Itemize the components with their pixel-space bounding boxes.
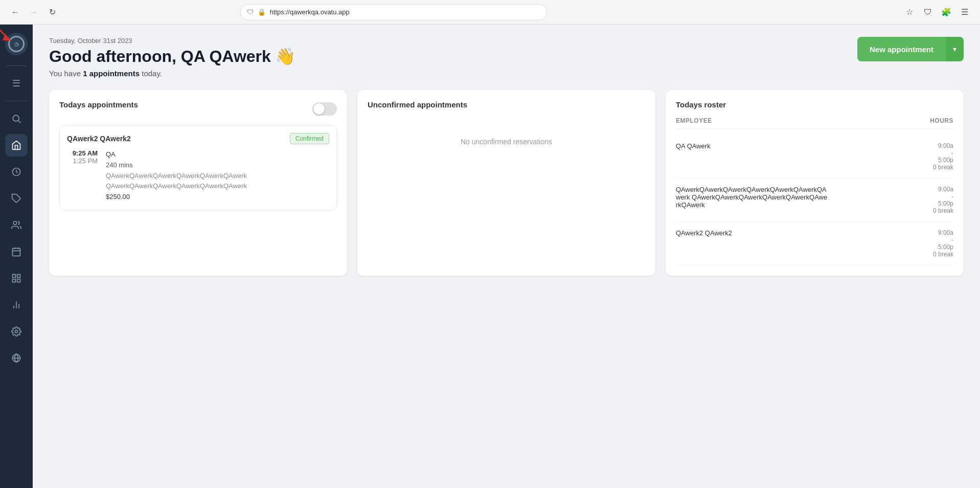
sidebar-item-widget[interactable] — [5, 267, 28, 290]
new-appointment-button-group: New appointment ▾ — [857, 37, 964, 61]
browser-nav: ← → ↻ — [8, 5, 59, 19]
roster-hours-2: 9:00a - 5:00p 0 break — [933, 229, 953, 258]
bookmark-button[interactable]: ☆ — [902, 5, 917, 19]
roster-hours-1: 9:00a - 5:00p 0 break — [933, 186, 953, 214]
appt-time: 9:25 AM 1:25 PM — [67, 149, 98, 203]
svg-point-6 — [13, 221, 17, 225]
widget-icon — [11, 273, 21, 283]
sidebar-divider-top — [6, 65, 27, 66]
svg-rect-7 — [13, 248, 20, 256]
appointment-name: QAwerk2 QAwerk2 — [67, 135, 131, 143]
cards-grid: Todays appointments QAwerk2 QAwerk2 Conf… — [49, 90, 964, 276]
appt-detail-desc-1: QAwerkQAwerkQAwerkQAwerkQAwerkQAwerk — [106, 171, 247, 182]
appt-detail-desc-2: QAwerkQAwerkQAwerkQAwerkQAwerkQAwerk — [106, 181, 247, 192]
main-content: Tuesday, October 31st 2023 Good afternoo… — [33, 25, 980, 488]
sidebar-item-search[interactable] — [5, 107, 28, 130]
appt-detail-service-name: QA — [106, 149, 247, 160]
todays-roster-title: Todays roster — [676, 100, 953, 109]
browser-chrome: ← → ↻ 🛡 🔒 https://qawerkqa.ovatu.app ☆ 🛡… — [0, 0, 980, 25]
header-greeting: Good afternoon, QA QAwerk 👋 — [49, 47, 295, 66]
address-bar[interactable]: 🛡 🔒 https://qawerkqa.ovatu.app — [240, 4, 547, 20]
appt-item-header: QAwerk2 QAwerk2 Confirmed — [67, 133, 329, 144]
roster-hours-range-1: 9:00a — [933, 186, 953, 193]
roster-item-row-0: QA QAwerk 9:00a - 5:00p 0 break — [676, 142, 953, 171]
extensions-button[interactable]: 🧩 — [939, 5, 953, 19]
roster-emp-name-0: QA QAwerk — [676, 142, 711, 150]
appointment-item[interactable]: QAwerk2 QAwerk2 Confirmed 9:25 AM 1:25 P… — [59, 125, 337, 210]
svg-rect-12 — [17, 275, 20, 278]
shield-button[interactable]: 🛡 — [921, 5, 935, 19]
confirmed-badge: Confirmed — [290, 133, 329, 144]
clients-icon — [11, 220, 21, 230]
appointments-toggle[interactable] — [312, 102, 337, 116]
unconfirmed-empty-message: No unconfirmed reservations — [368, 117, 645, 166]
roster-col-employee: Employee — [676, 117, 712, 124]
roster-hours-dash-1: - — [933, 193, 953, 200]
appt-time-start: 9:25 AM — [67, 149, 98, 157]
sidebar-item-clients[interactable] — [5, 214, 28, 236]
browser-actions: ☆ 🛡 🧩 ☰ — [902, 5, 972, 19]
greeting-emoji: 👋 — [275, 47, 295, 66]
sidebar-item-history[interactable] — [5, 161, 28, 183]
roster-hours-dash-0: - — [933, 149, 953, 157]
appt-time-end: 1:25 PM — [67, 157, 98, 165]
sidebar-item-menu[interactable]: ☰ — [5, 72, 28, 95]
tag-icon — [11, 193, 21, 204]
unconfirmed-appointments-card: Unconfirmed appointments No unconfirmed … — [357, 90, 655, 276]
svg-point-18 — [15, 330, 18, 333]
roster-hours-dash-2: - — [933, 236, 953, 243]
forward-button[interactable]: → — [27, 5, 41, 19]
history-icon — [11, 167, 21, 177]
back-button[interactable]: ← — [8, 5, 22, 19]
menu-button[interactable]: ☰ — [958, 5, 972, 19]
app-container: ◷ ☰ — [0, 25, 980, 488]
sub-suffix: today. — [140, 69, 162, 78]
sidebar-item-global[interactable] — [5, 347, 28, 369]
sub-bold: 1 appointments — [83, 69, 140, 78]
appt-body: 9:25 AM 1:25 PM QA 240 mins QAwerkQAwerk… — [67, 149, 329, 203]
svg-rect-13 — [17, 279, 20, 282]
sidebar: ◷ ☰ — [0, 25, 33, 488]
roster-item-row-2: QAwerk2 QAwerk2 9:00a - 5:00p 0 break — [676, 229, 953, 258]
roster-hours-break-0: 0 break — [933, 164, 953, 171]
new-appointment-dropdown-button[interactable]: ▾ — [946, 37, 964, 61]
svg-point-2 — [13, 115, 19, 121]
roster-hours-break-2: 0 break — [933, 251, 953, 258]
roster-item-2: QAwerk2 QAwerk2 9:00a - 5:00p 0 break — [676, 222, 953, 265]
toggle-knob — [313, 103, 325, 115]
shield-icon: 🛡 — [247, 8, 254, 16]
sidebar-item-settings[interactable] — [5, 320, 28, 343]
appt-details: QA 240 mins QAwerkQAwerkQAwerkQAwerkQAwe… — [106, 149, 247, 203]
svg-line-3 — [18, 121, 21, 123]
roster-hours-end-2: 5:00p — [933, 243, 953, 251]
reports-icon — [11, 300, 21, 310]
reload-button[interactable]: ↻ — [45, 5, 59, 19]
roster-col-hours: Hours — [930, 117, 953, 124]
todays-appointments-title: Todays appointments — [59, 100, 138, 109]
url-text: https://qawerkqa.ovatu.app — [270, 8, 350, 16]
roster-item-0: QA QAwerk 9:00a - 5:00p 0 break — [676, 135, 953, 179]
unconfirmed-title: Unconfirmed appointments — [368, 100, 645, 109]
roster-item-1: QAwerkQAwerkQAwerkQAwerkQAwerkQAwerkQAwe… — [676, 179, 953, 222]
roster-item-row-1: QAwerkQAwerkQAwerkQAwerkQAwerkQAwerkQAwe… — [676, 186, 953, 214]
roster-hours-range-2: 9:00a — [933, 229, 953, 236]
home-icon — [11, 140, 21, 150]
appt-card-header: Todays appointments — [59, 100, 337, 117]
sidebar-item-calendar[interactable] — [5, 240, 28, 263]
roster-hours-end-1: 5:00p — [933, 200, 953, 207]
sidebar-item-tags[interactable] — [5, 187, 28, 210]
menu-icon: ☰ — [12, 78, 20, 89]
sub-prefix: You have — [49, 69, 83, 78]
appt-detail-duration: 240 mins — [106, 160, 247, 171]
roster-hours-range-0: 9:00a — [933, 142, 953, 149]
appt-detail-price: $250.00 — [106, 192, 247, 203]
svg-line-0 — [0, 25, 8, 38]
roster-table-header: Employee Hours — [676, 117, 953, 129]
page-header: Tuesday, October 31st 2023 Good afternoo… — [49, 37, 964, 78]
chevron-down-icon: ▾ — [953, 45, 956, 53]
global-icon — [11, 353, 21, 363]
sidebar-item-reports[interactable] — [5, 294, 28, 316]
sidebar-item-home[interactable] — [5, 134, 28, 157]
new-appointment-main-button[interactable]: New appointment — [857, 37, 946, 61]
roster-hours-break-1: 0 break — [933, 207, 953, 214]
